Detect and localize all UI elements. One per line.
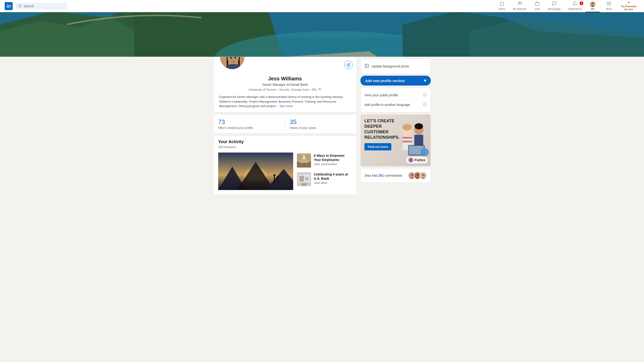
see-more-link[interactable]: See more <box>280 104 293 108</box>
jobs-icon <box>535 1 540 7</box>
nav-divider-1 <box>601 2 601 10</box>
activity-post-1[interactable]: 6 Ways to Empower Your Employees Jess co… <box>297 152 352 168</box>
view-profile-label: View your public profile <box>364 93 398 97</box>
connections-text: Jess has 251 connections <box>364 174 402 177</box>
page-wrapper: Jess Williams Senior Manager at Denali B… <box>0 12 644 362</box>
svg-point-83 <box>420 148 429 156</box>
connections-count[interactable]: 251 <box>378 174 384 177</box>
profile-views-stat[interactable]: 73 Who's viewed your profile <box>214 114 285 133</box>
post-views-label: Views of your posts <box>290 126 352 130</box>
more-label: More <box>606 8 612 10</box>
connections-icon <box>318 88 322 92</box>
svg-rect-61 <box>305 177 309 180</box>
premium-star-icon: ✦ <box>627 1 630 5</box>
info-icon <box>423 93 427 98</box>
search-input[interactable] <box>24 4 64 8</box>
profile-views-count: 73 <box>218 118 280 126</box>
activity-content: 6 Ways to Empower Your Employees Jess co… <box>218 152 352 191</box>
svg-rect-63 <box>302 184 306 185</box>
post-2-thumb <box>297 172 311 186</box>
connection-avatars <box>408 172 427 179</box>
svg-rect-55 <box>306 163 308 165</box>
post-2-title: Celebrating 4 years at U.S. Bank <box>314 172 352 181</box>
update-bg-card: Update background photo <box>360 58 431 74</box>
profile-top-area: Jess Williams Senior Manager at Denali B… <box>213 57 431 197</box>
svg-point-5 <box>592 2 594 4</box>
update-bg-label: Update background photo <box>372 64 409 68</box>
svg-point-48 <box>274 174 275 176</box>
profile-edit-button[interactable] <box>344 61 353 69</box>
add-section-label: Add new profile section <box>365 79 405 83</box>
conn-avatar-3 <box>419 172 427 179</box>
nav-premium[interactable]: ✦ Try Premium for free <box>618 1 639 11</box>
svg-point-33 <box>231 57 232 58</box>
network-label: My Network <box>513 8 526 10</box>
svg-rect-74 <box>402 137 412 139</box>
search-bar[interactable] <box>16 3 67 9</box>
chevron-down-icon: ▾ <box>424 78 426 83</box>
messaging-icon <box>552 1 556 7</box>
nav-items: Home My Network Jobs Messaging 2 Notif <box>495 0 639 12</box>
svg-point-0 <box>19 5 21 7</box>
svg-point-12 <box>610 3 611 4</box>
svg-point-80 <box>414 123 423 129</box>
profile-info: Jess Williams Senior Manager at Denali B… <box>214 76 356 92</box>
ad-brand-name: FixDex <box>414 158 425 162</box>
content-area: Jess Williams Senior Manager at Denali B… <box>210 57 434 197</box>
notifications-badge: 2 <box>580 2 583 5</box>
svg-point-85 <box>411 174 414 176</box>
profile-university: University of Toronto <box>248 88 276 92</box>
view-public-profile-link[interactable]: View your public profile <box>364 90 427 100</box>
profile-card: Jess Williams Senior Manager at Denali B… <box>213 57 357 112</box>
grid-icon <box>606 1 611 7</box>
nav-network[interactable]: My Network <box>509 0 530 12</box>
svg-point-8 <box>608 2 609 2</box>
update-bg-button[interactable]: Update background photo <box>364 62 427 71</box>
nav-more[interactable]: More <box>602 0 616 12</box>
nav-home[interactable]: Home <box>495 0 509 12</box>
jobs-label: Jobs <box>534 8 540 10</box>
nav-notifications[interactable]: 2 Notifications <box>564 0 586 12</box>
nav-messaging[interactable]: Messaging <box>544 0 564 12</box>
activity-posts: 6 Ways to Empower Your Employees Jess co… <box>297 152 352 191</box>
activity-main-image[interactable] <box>218 152 293 191</box>
me-label: Me <box>591 8 594 10</box>
profile-avatar <box>219 57 245 70</box>
activity-post-2[interactable]: Celebrating 4 years at U.S. Bank Jess li… <box>297 171 352 187</box>
add-language-label: Add profile in another language <box>364 103 410 106</box>
post-1-thumb <box>297 154 311 168</box>
search-icon <box>18 4 22 8</box>
svg-point-50 <box>277 176 279 177</box>
profile-bio: Experienced Senior Manager with a demons… <box>214 95 356 112</box>
nav-jobs[interactable]: Jobs <box>530 0 544 12</box>
post-views-stat[interactable]: 35 Views of your posts <box>285 114 357 133</box>
notifications-label: Notifications <box>568 8 582 10</box>
ad-cta-button[interactable]: Find out more <box>364 143 391 150</box>
add-language-link[interactable]: Add profile in another language <box>364 100 427 110</box>
post-2-info: Celebrating 4 years at U.S. Bank Jess li… <box>314 172 352 185</box>
linkedin-logo[interactable]: in <box>5 2 13 10</box>
profile-title: Senior Manager at Denali Bank <box>219 83 351 86</box>
sidebar-links-card: View your public profile Add profile in … <box>360 88 431 112</box>
stats-card: 73 Who's viewed your profile 35 Views of… <box>213 114 357 134</box>
ad-brand: FixDex <box>406 157 428 163</box>
profile-header <box>214 57 356 61</box>
svg-point-91 <box>422 174 425 176</box>
add-section-button[interactable]: Add new profile section ▾ <box>360 76 431 86</box>
profile-name: Jess Williams <box>219 76 351 82</box>
svg-point-35 <box>232 59 234 60</box>
ad-headline: LET'S CREATE DEEPER CUSTOMER RELATIONSHI… <box>364 118 397 140</box>
profile-meta: University of Toronto • Toronto, Canada … <box>219 88 351 92</box>
ad-card: LET'S CREATE DEEPER CUSTOMER RELATIONSHI… <box>360 114 431 166</box>
connections-name: Jess has <box>364 174 378 177</box>
fixdex-logo-dot <box>408 158 413 162</box>
post-views-count: 35 <box>290 118 352 126</box>
premium-label: Try Premium for free <box>621 5 636 11</box>
notifications-icon <box>572 1 577 7</box>
post-1-title: 6 Ways to Empower Your Employees <box>314 154 352 162</box>
nav-me[interactable]: Me <box>586 0 600 12</box>
ad-inner: LET'S CREATE DEEPER CUSTOMER RELATIONSHI… <box>361 114 430 166</box>
profile-location: Toronto, Canada Area <box>279 88 309 92</box>
post-1-info: 6 Ways to Empower Your Employees Jess co… <box>314 154 352 166</box>
profile-connections-count[interactable]: 251 <box>312 88 317 92</box>
